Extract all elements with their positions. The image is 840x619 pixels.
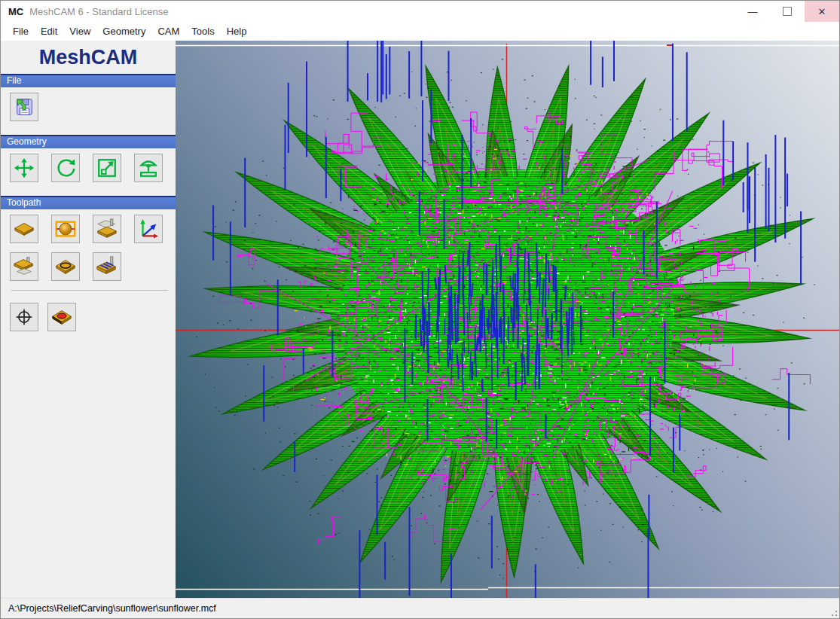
- zero-bottom-icon: [13, 255, 35, 278]
- program-zero-top-button[interactable]: [93, 215, 121, 243]
- open-file-icon: [13, 96, 35, 118]
- project-file-path: A:\Projects\ReliefCarving\sunflower\sunf…: [8, 603, 216, 614]
- sidebar: MeshCAM File: [1, 41, 176, 600]
- menu-file[interactable]: File: [7, 23, 35, 39]
- toolpath-canvas[interactable]: [176, 41, 840, 600]
- resize-grip[interactable]: [829, 608, 838, 617]
- axes-icon: [137, 218, 160, 240]
- define-stock-button[interactable]: [10, 215, 38, 243]
- sphere-stock-icon: [54, 218, 77, 240]
- close-button[interactable]: ✕: [805, 1, 839, 22]
- section-header-toolpath: Toolpath: [1, 196, 176, 209]
- machine-region-icon: [54, 255, 77, 278]
- section-header-geometry: Geometry: [1, 135, 176, 148]
- move-icon: [13, 157, 35, 179]
- open-file-button[interactable]: [10, 93, 38, 121]
- menu-tools[interactable]: Tools: [185, 23, 220, 39]
- sidebar-divider: [11, 290, 168, 291]
- stock-sphere-button[interactable]: [51, 215, 80, 243]
- generate-toolpath-button[interactable]: [93, 252, 121, 281]
- move-geometry-button[interactable]: [10, 154, 38, 182]
- status-bar: A:\Projects\ReliefCarving\sunflower\sunf…: [1, 598, 839, 618]
- generate-toolpath-icon: [96, 255, 118, 278]
- maximize-button[interactable]: [770, 1, 805, 22]
- flip-icon: [137, 157, 160, 179]
- section-header-file: File: [1, 74, 176, 87]
- menu-edit[interactable]: Edit: [35, 23, 63, 39]
- brand-logo: MeshCAM: [1, 41, 176, 74]
- machine-region-button[interactable]: [51, 252, 80, 281]
- resize-geometry-button[interactable]: [93, 154, 121, 182]
- rotate-geometry-button[interactable]: [51, 154, 80, 182]
- menu-help[interactable]: Help: [221, 23, 253, 39]
- program-zero-bottom-button[interactable]: [10, 252, 38, 281]
- menu-cam[interactable]: CAM: [151, 23, 185, 39]
- zero-top-icon: [96, 218, 118, 240]
- menu-bar: File Edit View Geometry CAM Tools Help: [1, 22, 839, 41]
- simulate-icon: [50, 306, 73, 328]
- app-icon: MC: [8, 6, 23, 17]
- menu-geometry[interactable]: Geometry: [96, 23, 151, 39]
- meshcam-window: MC MeshCAM 6 - Standard License — ✕ File…: [0, 0, 840, 619]
- origin-crosshair-icon: [13, 306, 35, 328]
- menu-view[interactable]: View: [63, 23, 96, 39]
- window-title: MeshCAM 6 - Standard License: [29, 6, 735, 17]
- flip-geometry-button[interactable]: [134, 154, 163, 182]
- minimize-button[interactable]: —: [735, 1, 770, 22]
- rotate-icon: [54, 157, 77, 179]
- maximize-icon: [783, 7, 792, 16]
- set-origin-button[interactable]: [10, 303, 38, 331]
- resize-icon: [96, 157, 118, 179]
- simulate-toolpath-button[interactable]: [47, 303, 76, 331]
- stock-icon: [13, 218, 35, 240]
- title-bar: MC MeshCAM 6 - Standard License — ✕: [1, 1, 839, 22]
- 3d-viewport[interactable]: [176, 41, 840, 600]
- axes-orientation-button[interactable]: [134, 215, 163, 243]
